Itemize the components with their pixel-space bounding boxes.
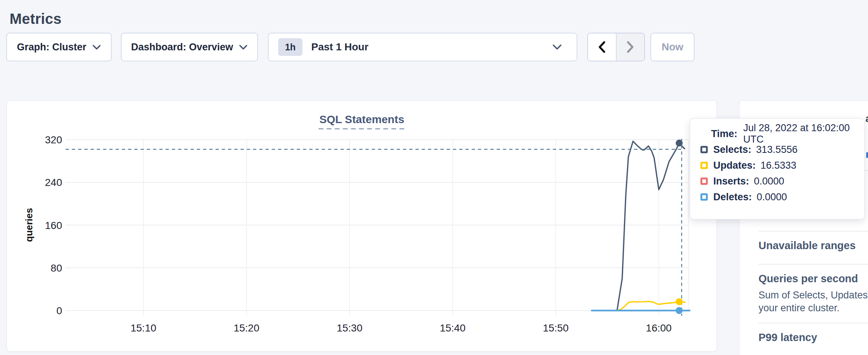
- svg-text:16:00: 16:00: [646, 322, 672, 334]
- time-range-selector[interactable]: 1h Past 1 Hour: [268, 33, 577, 61]
- chevron-right-icon: [625, 40, 635, 54]
- svg-text:320: 320: [45, 134, 62, 146]
- qps-description-line1: Sum of Selects, Updates, Inser: [758, 290, 868, 301]
- tooltip-time-label: Time:: [711, 128, 738, 140]
- graph-dropdown[interactable]: Graph: Cluster: [6, 33, 112, 61]
- now-button[interactable]: Now: [650, 33, 695, 61]
- chevron-left-icon: [597, 40, 607, 54]
- tooltip-row-label: Deletes:: [713, 191, 752, 203]
- tooltip-row-value: 0.0000: [757, 191, 787, 203]
- next-time-button[interactable]: [617, 33, 645, 61]
- selects-swatch-icon: [700, 146, 708, 153]
- sidebar-item-queries-per-second: Queries per second: [758, 273, 858, 285]
- sidebar-item-unavailable-ranges: Unavailable ranges: [758, 240, 856, 252]
- tooltip-row-deletes: Deletes: 0.0000: [700, 191, 854, 202]
- tooltip-row-value: 313.5556: [756, 144, 798, 155]
- tooltip-row-value: 16.5333: [761, 160, 797, 171]
- svg-text:15:40: 15:40: [440, 322, 466, 334]
- updates-swatch-icon: [700, 162, 708, 169]
- tooltip-time-row: Time: Jul 28, 2022 at 16:02:00 UTC: [711, 128, 854, 139]
- svg-text:15:20: 15:20: [234, 322, 259, 334]
- chevron-down-icon: [92, 44, 101, 50]
- divider: [758, 323, 868, 323]
- svg-text:80: 80: [51, 262, 62, 274]
- tooltip-row-label: Inserts:: [713, 176, 749, 187]
- tooltip-row-value: 0.0000: [754, 176, 785, 187]
- qps-description-line2: your entire cluster.: [758, 302, 840, 314]
- chart-tooltip: Time: Jul 28, 2022 at 16:02:00 UTC Selec…: [690, 118, 865, 219]
- dashboard-dropdown[interactable]: Dashboard: Overview: [121, 33, 258, 61]
- svg-text:15:50: 15:50: [543, 322, 568, 334]
- chevron-down-icon: [552, 44, 562, 50]
- svg-text:0: 0: [56, 305, 62, 316]
- tooltip-row-selects: Selects: 313.5556: [700, 144, 854, 155]
- divider: [758, 264, 868, 265]
- page-title: Metrics: [10, 11, 61, 27]
- inserts-swatch-icon: [700, 178, 708, 185]
- time-range-label: Past 1 Hour: [311, 41, 552, 53]
- tooltip-row-inserts: Inserts: 0.0000: [700, 176, 854, 187]
- dashboard-dropdown-label: Dashboard: Overview: [131, 42, 233, 53]
- svg-text:15:10: 15:10: [130, 322, 156, 334]
- sidebar-item-p99-latency: P99 latency: [758, 331, 817, 344]
- tooltip-row-label: Selects:: [713, 144, 752, 155]
- svg-text:15:30: 15:30: [337, 322, 362, 334]
- prev-time-button[interactable]: [588, 33, 617, 61]
- graph-dropdown-label: Graph: Cluster: [17, 42, 86, 53]
- tooltip-row-label: Updates:: [713, 160, 756, 171]
- svg-text:160: 160: [45, 220, 62, 231]
- svg-text:queries: queries: [24, 208, 35, 242]
- clipped-link-fragment: [866, 152, 868, 158]
- divider: [758, 231, 868, 232]
- chevron-down-icon: [239, 44, 248, 50]
- sql-statements-chart-card: SQL Statements 08016024032015:1015:2015:…: [7, 100, 717, 352]
- tooltip-time-value: Jul 28, 2022 at 16:02:00 UTC: [743, 122, 854, 145]
- deletes-swatch-icon: [700, 193, 708, 201]
- sql-statements-chart[interactable]: 08016024032015:1015:2015:3015:4015:5016:…: [7, 101, 717, 352]
- clipped-heading-fragment: a: [865, 113, 868, 125]
- time-range-badge: 1h: [278, 38, 302, 56]
- tooltip-row-updates: Updates: 16.5333: [700, 160, 854, 171]
- svg-text:240: 240: [45, 177, 62, 188]
- time-step-button-group: [587, 33, 645, 61]
